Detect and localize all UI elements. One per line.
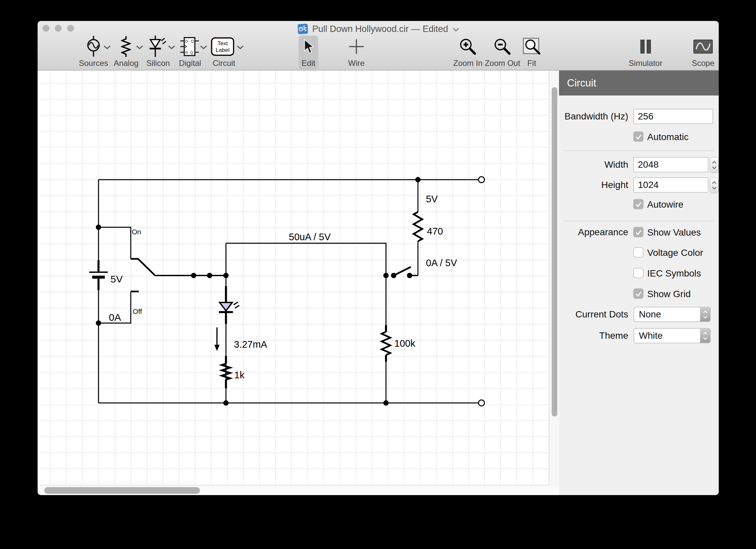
open-terminal[interactable] <box>478 177 484 183</box>
chevron-down-icon[interactable] <box>136 45 143 51</box>
svg-text:Label: Label <box>216 47 230 53</box>
toolbar-button-silicon[interactable]: Silicon <box>143 36 173 70</box>
stepper-up-icon <box>712 161 717 164</box>
toolbar-button-circuit[interactable]: Text Label Circuit <box>208 36 240 70</box>
led-triangle[interactable] <box>220 302 232 311</box>
show-grid-checkbox[interactable] <box>633 288 644 299</box>
toolbar-button-wire[interactable]: Wire <box>345 36 368 70</box>
led-ray <box>235 305 239 308</box>
wire-top-rail[interactable] <box>98 177 484 183</box>
separator <box>563 221 714 221</box>
vertical-scrollbar-thumb[interactable] <box>552 87 557 417</box>
toolbar-button-sources[interactable]: Sources <box>76 36 111 70</box>
toolbar-label: Zoom In <box>453 59 482 68</box>
chevron-down-icon[interactable] <box>237 45 244 51</box>
svg-text:R: R <box>185 51 188 55</box>
bandwidth-input[interactable] <box>633 109 713 124</box>
automatic-checkbox[interactable] <box>633 131 644 142</box>
plus-icon <box>348 36 365 58</box>
toolbar-label: Silicon <box>146 59 170 68</box>
switch-right[interactable]: 0A / 5V <box>383 258 457 278</box>
scope-icon <box>693 36 713 58</box>
toolbar-label: Analog <box>114 59 139 68</box>
voltage-color-label: Voltage Color <box>647 248 703 258</box>
toolbar-label: Wire <box>348 59 364 68</box>
iec-symbols-checkbox[interactable] <box>633 268 644 278</box>
switch-left[interactable]: On Off <box>96 225 154 326</box>
width-stepper[interactable] <box>710 157 719 173</box>
wire-bottom-rail[interactable] <box>98 400 484 406</box>
toolbar-label: Simulator <box>629 59 662 68</box>
led-icon <box>149 36 167 58</box>
separator <box>563 150 714 151</box>
height-stepper[interactable] <box>710 177 719 193</box>
check-icon <box>635 228 643 236</box>
current-dots-select[interactable]: None <box>634 307 711 322</box>
check-icon <box>635 290 643 298</box>
vertical-scrollbar[interactable] <box>549 71 559 485</box>
show-values-checkbox[interactable] <box>633 227 644 237</box>
open-terminal[interactable] <box>478 400 484 406</box>
titlebar-toolbar: Pull Down Hollywood.cir — Edited Sourc <box>38 21 719 71</box>
current-dots-label: Current Dots <box>559 309 628 320</box>
resistor-100k[interactable]: 100k <box>382 275 415 403</box>
wire-base-branch[interactable]: 50uA / 5V <box>226 232 386 275</box>
switch-lever[interactable] <box>138 259 154 275</box>
width-label: Width <box>559 159 628 170</box>
toolbar-button-digital[interactable]: D Q R Q̄ Digital <box>176 36 204 70</box>
resistor-1k[interactable]: 1k <box>222 356 245 388</box>
theme-select[interactable]: White <box>634 328 711 343</box>
svg-text:Q: Q <box>191 39 194 43</box>
junction-dot <box>207 273 212 278</box>
bandwidth-label: Bandwidth (Hz) <box>559 111 628 122</box>
schematic-canvas[interactable]: 5V 0A On Off <box>38 71 549 485</box>
switch2-label: 0A / 5V <box>426 258 457 268</box>
current-arrow: 3.27mA <box>214 327 268 351</box>
window-title: Pull Down Hollywood.cir — Edited <box>312 24 448 34</box>
title-chevron-down-icon[interactable] <box>453 28 459 32</box>
autowire-label: Autowire <box>647 199 683 210</box>
toolbar-button-edit[interactable]: Edit <box>298 36 318 70</box>
zoom-out-icon <box>493 36 511 58</box>
chevron-down-icon[interactable] <box>103 45 111 51</box>
pause-icon <box>639 36 652 58</box>
toolbar-button-simulator[interactable]: Simulator <box>626 36 665 70</box>
stepper-up-icon <box>712 181 717 184</box>
resistor-1k-label: 1k <box>234 370 245 380</box>
battery[interactable]: 5V 0A <box>89 180 123 403</box>
theme-value: White <box>639 329 663 343</box>
dropdown-arrows-icon <box>700 307 710 321</box>
text-label-icon: Text Label <box>211 36 237 58</box>
stepper-down-icon <box>712 166 717 169</box>
svg-text:D: D <box>185 39 188 43</box>
check-icon <box>635 133 643 141</box>
horizontal-scrollbar[interactable] <box>38 485 549 495</box>
current-dots-value: None <box>639 307 661 321</box>
height-label: Height <box>559 180 628 190</box>
battery-voltage-label: 5V <box>110 274 123 284</box>
switch-off-label: Off <box>133 307 142 315</box>
toolbar-button-scope[interactable]: Scope <box>689 36 717 70</box>
toolbar-button-zoom-in[interactable]: Zoom In <box>450 36 485 70</box>
horizontal-scrollbar-thumb[interactable] <box>44 487 200 494</box>
width-input[interactable] <box>633 157 708 172</box>
led-current-label: 3.27mA <box>234 339 268 350</box>
voltage-color-checkbox[interactable] <box>633 247 644 258</box>
toolbar-button-fit[interactable]: Fit <box>519 36 544 70</box>
toolbar-label: Fit <box>527 59 536 68</box>
dropdown-arrows-icon <box>700 329 710 343</box>
canvas-area: 5V 0A On Off <box>38 71 559 495</box>
rail-voltage-label: 5V <box>426 194 438 204</box>
stepper-down-icon <box>712 186 717 190</box>
autowire-checkbox[interactable] <box>633 199 644 209</box>
toolbar-button-zoom-out[interactable]: Zoom Out <box>482 36 523 70</box>
chevron-down-icon[interactable] <box>200 45 207 51</box>
resistor-icon <box>121 36 131 58</box>
toolbar-button-analog[interactable]: Analog <box>111 36 142 70</box>
chevron-down-icon[interactable] <box>168 45 175 51</box>
wire-switch-to-led[interactable] <box>154 273 229 278</box>
height-input[interactable] <box>633 177 708 193</box>
automatic-label: Automatic <box>647 132 689 142</box>
flip-flop-icon: D Q R Q̄ <box>180 36 200 58</box>
app-icon <box>297 23 309 35</box>
